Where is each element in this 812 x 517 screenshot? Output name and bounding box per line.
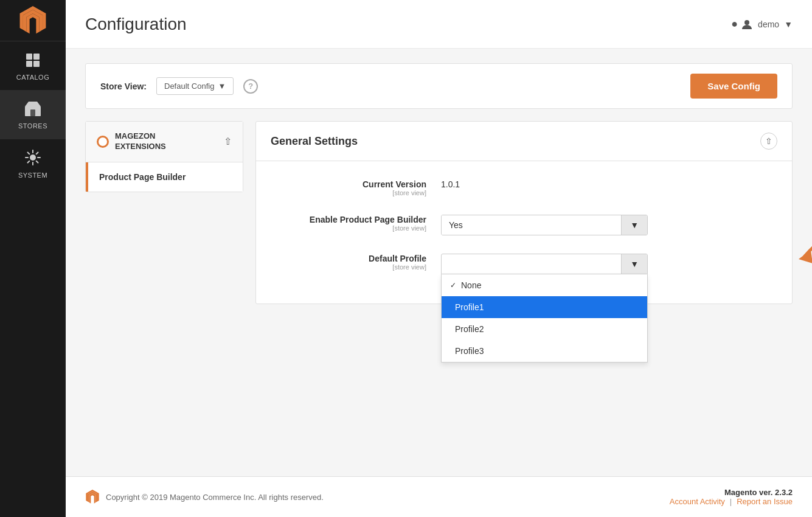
current-version-row: Current Version [store view] 1.0.1 (271, 176, 777, 196)
svg-rect-0 (26, 54, 32, 60)
magezon-dot-icon (97, 136, 109, 148)
page-header: Configuration ● demo ▼ (66, 0, 812, 49)
default-profile-value: ▼ ✓ None Profile1 (441, 250, 777, 274)
settings-body: Current Version [store view] 1.0.1 Enabl… (256, 161, 792, 304)
sidebar-item-system[interactable]: SYSTEM (0, 139, 66, 188)
footer-magento-logo-icon (85, 490, 100, 504)
enable-label: Enable Product Page Builder [store view] (271, 211, 441, 232)
main-content: Configuration ● demo ▼ Store View: Defau… (66, 0, 812, 517)
magezon-header[interactable]: MAGEZONEXTENSIONS ⇧ (86, 122, 243, 162)
magento-logo-icon (18, 6, 47, 35)
footer-copyright: Copyright © 2019 Magento Commerce Inc. A… (106, 493, 324, 502)
report-issue-link[interactable]: Report an Issue (737, 497, 793, 506)
svg-point-7 (744, 20, 749, 25)
left-panel-item-label: Product Page Builder (99, 172, 186, 182)
svg-rect-2 (26, 61, 32, 67)
store-view-selected: Default Config (164, 82, 214, 91)
stores-icon (23, 99, 43, 118)
enable-select-arrow-icon: ▼ (621, 215, 647, 235)
dropdown-item-profile3[interactable]: Profile3 (442, 340, 647, 362)
sidebar-item-catalog[interactable]: CATALOG (0, 41, 66, 90)
sidebar-item-label-system: SYSTEM (18, 171, 47, 179)
default-profile-row: Default Profile [store view] ▼ (271, 250, 777, 274)
enable-select-value: Yes (442, 215, 621, 235)
store-view-select[interactable]: Default Config ▼ (156, 77, 234, 95)
default-profile-dropdown[interactable]: ▼ ✓ None Profile1 (441, 254, 648, 274)
user-menu[interactable]: ● demo ▼ (731, 18, 793, 30)
dropdown-item-profile1[interactable]: Profile1 (442, 296, 647, 318)
system-icon (23, 148, 43, 167)
current-version-label: Current Version [store view] (271, 176, 441, 196)
dropdown-item-none[interactable]: ✓ None (442, 274, 647, 296)
sidebar-item-stores[interactable]: STORES (0, 90, 66, 139)
store-view-label: Store View: (100, 82, 147, 91)
store-view-left: Store View: Default Config ▼ ? (100, 77, 258, 95)
footer-right: Magento ver. 2.3.2 Account Activity | Re… (670, 488, 793, 506)
right-panel: General Settings ⇧ Current Version [stor… (255, 121, 793, 304)
footer: Copyright © 2019 Magento Commerce Inc. A… (66, 476, 812, 517)
enable-select[interactable]: Yes ▼ (441, 215, 648, 235)
store-view-arrow-icon: ▼ (218, 82, 226, 91)
account-activity-link[interactable]: Account Activity (670, 497, 725, 506)
svg-point-6 (30, 154, 36, 161)
section-title: General Settings (271, 135, 358, 148)
enable-product-page-builder-row: Enable Product Page Builder [store view]… (271, 211, 777, 235)
page-content: Store View: Default Config ▼ ? Save Conf… (66, 49, 812, 476)
check-icon: ✓ (450, 281, 456, 290)
magezon-header-left: MAGEZONEXTENSIONS (97, 131, 166, 152)
dropdown-list: ✓ None Profile1 Prof (441, 274, 648, 363)
footer-version: Magento ver. 2.3.2 (670, 488, 793, 497)
enable-value: Yes ▼ (441, 211, 777, 235)
footer-separator: | (730, 497, 732, 506)
page-title: Configuration (85, 15, 187, 34)
help-icon[interactable]: ? (243, 79, 258, 94)
svg-marker-8 (799, 250, 812, 263)
catalog-icon (23, 50, 43, 69)
two-col-layout: MAGEZONEXTENSIONS ⇧ Product Page Builder… (85, 121, 793, 304)
magezon-title: MAGEZONEXTENSIONS (115, 131, 166, 152)
svg-rect-1 (33, 54, 40, 60)
dropdown-item-profile2[interactable]: Profile2 (442, 318, 647, 340)
default-profile-label: Default Profile [store view] (271, 250, 441, 271)
svg-rect-5 (30, 109, 35, 116)
collapse-button[interactable]: ⇧ (760, 133, 777, 150)
user-icon: ● (731, 18, 753, 30)
sidebar: CATALOG STORES SYSTEM (0, 0, 66, 517)
sidebar-item-label-catalog: CATALOG (16, 73, 49, 82)
footer-links: Account Activity | Report an Issue (670, 497, 793, 506)
current-version-value: 1.0.1 (441, 176, 777, 189)
sidebar-item-product-page-builder[interactable]: Product Page Builder (86, 162, 243, 192)
dropdown-input[interactable]: ▼ (441, 254, 648, 274)
chevron-up-icon: ⇧ (224, 136, 232, 147)
store-view-bar: Store View: Default Config ▼ ? Save Conf… (85, 63, 793, 109)
dropdown-arrow-icon: ▼ (621, 254, 647, 274)
sidebar-logo (0, 0, 66, 41)
footer-left: Copyright © 2019 Magento Commerce Inc. A… (85, 490, 324, 504)
dropdown-current-value (442, 259, 621, 269)
left-panel: MAGEZONEXTENSIONS ⇧ Product Page Builder (85, 121, 243, 192)
save-config-button[interactable]: Save Config (690, 74, 777, 99)
general-settings-header: General Settings ⇧ (256, 122, 792, 161)
svg-rect-3 (33, 61, 40, 67)
sidebar-item-label-stores: STORES (18, 122, 47, 130)
user-dropdown-arrow: ▼ (784, 19, 793, 29)
user-name: demo (758, 19, 779, 29)
